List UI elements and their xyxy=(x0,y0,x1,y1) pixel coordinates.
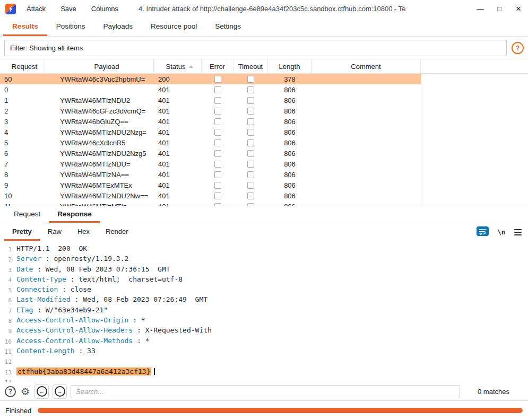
minimize-button-icon[interactable]: — xyxy=(471,0,490,18)
table-row[interactable]: 3YWRtaW46bGluZQ==401806 xyxy=(0,116,421,127)
table-row[interactable]: 1YWRtaW46MTIzNDU2401806 xyxy=(0,95,421,106)
table-row[interactable]: 7YWRtaW46MTIzNDU=401806 xyxy=(0,159,421,169)
request-cell: 2 xyxy=(0,106,45,116)
menu-attack[interactable]: Attack xyxy=(19,0,53,18)
burp-logo-icon xyxy=(5,4,16,14)
column-header-length[interactable]: Length xyxy=(268,59,311,73)
match-count: 0 matches xyxy=(464,388,523,396)
payload-cell: YWRtaW46bGluZQ== xyxy=(45,116,154,127)
tab-resource-pool[interactable]: Resource pool xyxy=(142,18,206,36)
tab-positions[interactable]: Positions xyxy=(47,18,94,36)
timeout-checkbox[interactable] xyxy=(247,150,254,157)
column-header-comment[interactable]: Comment xyxy=(311,59,421,73)
filter-bar[interactable]: Filter: Showing all items xyxy=(4,40,507,56)
payload-cell: YWRtaW46MTIzNDU= xyxy=(45,159,154,169)
status-cell: 401 xyxy=(154,190,202,201)
maximize-button-icon[interactable]: □ xyxy=(490,0,509,18)
column-header-timeout[interactable]: Timeout xyxy=(233,59,268,73)
table-row[interactable]: 4YWRtaW46MTIzNDU2Nzg=401806 xyxy=(0,127,421,137)
tab-request[interactable]: Request xyxy=(5,206,49,223)
timeout-checkbox[interactable] xyxy=(247,171,254,178)
timeout-checkbox[interactable] xyxy=(247,139,254,146)
comment-cell xyxy=(311,169,421,180)
payload-cell: YWRtaW46MTIzNA== xyxy=(45,169,154,180)
timeout-checkbox[interactable] xyxy=(247,182,254,189)
help-icon[interactable]: ? xyxy=(512,42,524,54)
error-cell xyxy=(202,148,233,159)
tab-render[interactable]: Render xyxy=(98,223,136,241)
next-match-button[interactable]: → xyxy=(53,384,67,399)
newline-toggle-icon[interactable]: \n xyxy=(498,229,505,236)
timeout-checkbox[interactable] xyxy=(247,86,254,93)
tab-results[interactable]: Results xyxy=(3,18,47,36)
timeout-checkbox[interactable] xyxy=(247,97,254,104)
error-checkbox[interactable] xyxy=(214,150,221,157)
table-row[interactable]: 8YWRtaW46MTIzNA==401806 xyxy=(0,169,421,180)
line-number: 8 xyxy=(0,316,12,326)
timeout-checkbox[interactable] xyxy=(247,192,254,199)
table-row[interactable]: 2YWRtaW46cGFzc3dvcmQ=401806 xyxy=(0,106,421,116)
table-row[interactable]: 9YWRtaW46MTExMTEx401806 xyxy=(0,180,421,190)
line-content: Last-Modified : Wed, 08 Feb 2023 07:26:4… xyxy=(16,295,207,305)
highlighted-flag: ctfhub{3aba83d48447a6a412a3cf13} xyxy=(16,368,151,375)
timeout-cell xyxy=(233,169,268,180)
line-content: Content-Type : text/html; charset=utf-8 xyxy=(16,275,183,285)
error-checkbox[interactable] xyxy=(214,171,221,178)
column-header-payload[interactable]: Payload xyxy=(45,59,154,73)
response-line: 5Connection : close xyxy=(0,285,528,295)
timeout-checkbox[interactable] xyxy=(247,129,254,136)
tab-raw[interactable]: Raw xyxy=(40,223,70,241)
column-header-filler xyxy=(421,59,528,73)
request-cell: 6 xyxy=(0,148,45,159)
table-row[interactable]: 11YWRtaW46MTIzMTIz401806 xyxy=(0,201,421,206)
timeout-checkbox[interactable] xyxy=(247,203,254,206)
timeout-checkbox[interactable] xyxy=(247,108,254,115)
help-icon-small[interactable]: ? xyxy=(5,386,16,397)
menu-columns[interactable]: Columns xyxy=(84,0,126,18)
table-row[interactable]: 50YWRtaW46c3Vuc2hpbmU=200378 xyxy=(0,74,421,84)
error-checkbox[interactable] xyxy=(214,97,221,104)
close-button-icon[interactable]: × xyxy=(509,0,528,18)
table-row[interactable]: 5YWRtaW46cXdlcnR5401806 xyxy=(0,137,421,148)
error-checkbox[interactable] xyxy=(214,139,221,146)
column-header-error[interactable]: Error xyxy=(202,59,233,73)
table-row[interactable]: 6YWRtaW46MTIzNDU2Nzg5401806 xyxy=(0,148,421,159)
tab-response[interactable]: Response xyxy=(49,206,100,223)
tab-settings[interactable]: Settings xyxy=(206,18,250,36)
tab-payloads[interactable]: Payloads xyxy=(94,18,142,36)
column-label: Status xyxy=(166,63,186,71)
column-header-request[interactable]: Request xyxy=(0,59,45,73)
line-content: Server : openresty/1.19.3.2 xyxy=(16,254,128,264)
timeout-cell xyxy=(233,201,268,206)
gear-icon[interactable]: ⚙ xyxy=(21,387,30,397)
error-checkbox[interactable] xyxy=(214,76,221,83)
error-checkbox[interactable] xyxy=(214,192,221,199)
line-number: 4 xyxy=(0,275,12,285)
error-checkbox[interactable] xyxy=(214,86,221,93)
comment-cell xyxy=(311,137,421,148)
length-cell: 806 xyxy=(268,127,311,137)
timeout-checkbox[interactable] xyxy=(247,118,254,125)
menu-save[interactable]: Save xyxy=(53,0,84,18)
table-row[interactable]: 10YWRtaW46MTIzNDU2Nw==401806 xyxy=(0,190,421,201)
tab-hex[interactable]: Hex xyxy=(70,223,98,241)
error-checkbox[interactable] xyxy=(214,203,221,206)
error-checkbox[interactable] xyxy=(214,118,221,125)
length-cell: 806 xyxy=(268,169,311,180)
line-number: 11 xyxy=(0,346,12,356)
previous-match-button[interactable]: ← xyxy=(34,384,49,399)
timeout-checkbox[interactable] xyxy=(247,161,254,168)
table-row[interactable]: 0401806 xyxy=(0,84,421,95)
timeout-checkbox[interactable] xyxy=(247,76,254,83)
error-checkbox[interactable] xyxy=(214,108,221,115)
column-header-status[interactable]: Status xyxy=(154,59,202,73)
error-checkbox[interactable] xyxy=(214,182,221,189)
error-checkbox[interactable] xyxy=(214,129,221,136)
wrap-lines-icon[interactable] xyxy=(477,226,489,238)
tab-pretty[interactable]: Pretty xyxy=(4,223,40,241)
error-checkbox[interactable] xyxy=(214,161,221,168)
length-cell: 806 xyxy=(268,84,311,95)
status-cell: 401 xyxy=(154,127,202,137)
search-input[interactable] xyxy=(71,385,460,398)
hamburger-menu-icon[interactable] xyxy=(514,229,522,235)
